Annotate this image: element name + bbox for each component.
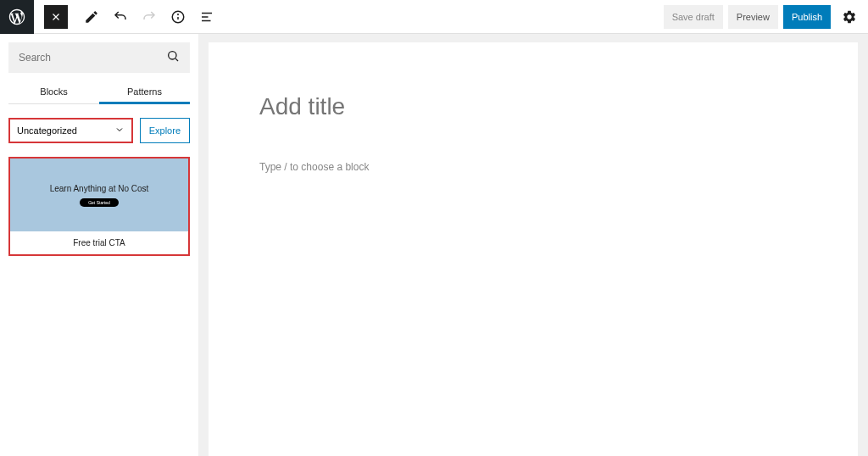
undo-icon[interactable] [112, 8, 129, 25]
svg-point-2 [178, 14, 179, 14]
post-title-input[interactable] [259, 93, 807, 120]
edit-icon[interactable] [83, 8, 100, 25]
pattern-preview: Learn Anything at No Cost Get Started [10, 158, 188, 231]
chevron-down-icon [114, 125, 125, 136]
svg-point-6 [169, 52, 176, 59]
main-layout: Blocks Patterns Uncategorized Explore Le… [0, 34, 868, 456]
inserter-tabs: Blocks Patterns [8, 78, 190, 104]
search-icon [166, 49, 180, 66]
toolbar-right-group: Save draft Preview Publish [664, 5, 868, 29]
pattern-label: Free trial CTA [10, 231, 188, 254]
editor-canvas[interactable]: Type / to choose a block [209, 42, 858, 456]
search-input[interactable] [19, 52, 166, 64]
pattern-filter-row: Uncategorized Explore [8, 118, 190, 143]
svg-line-7 [175, 58, 178, 61]
preview-button[interactable]: Preview [728, 5, 778, 29]
search-box[interactable] [8, 42, 190, 73]
top-toolbar: Save draft Preview Publish [0, 0, 868, 34]
tab-patterns[interactable]: Patterns [99, 78, 190, 103]
pattern-card[interactable]: Learn Anything at No Cost Get Started Fr… [8, 157, 190, 256]
pattern-preview-title: Learn Anything at No Cost [50, 184, 149, 193]
pattern-preview-button: Get Started [80, 198, 119, 207]
publish-button[interactable]: Publish [783, 5, 831, 29]
editor-canvas-wrap: Type / to choose a block [198, 34, 868, 456]
info-icon[interactable] [170, 8, 186, 25]
block-placeholder[interactable]: Type / to choose a block [259, 161, 807, 173]
settings-icon[interactable] [839, 7, 860, 27]
save-draft-button[interactable]: Save draft [664, 5, 723, 29]
toolbar-left-group [0, 0, 215, 33]
outline-icon[interactable] [198, 8, 215, 25]
explore-button[interactable]: Explore [140, 118, 190, 143]
tab-blocks[interactable]: Blocks [8, 78, 99, 103]
category-dropdown[interactable]: Uncategorized [8, 118, 133, 143]
redo-icon [141, 8, 158, 25]
category-selected-label: Uncategorized [17, 125, 77, 136]
inserter-sidebar: Blocks Patterns Uncategorized Explore Le… [0, 34, 198, 456]
wordpress-logo[interactable] [0, 0, 34, 34]
close-inserter-button[interactable] [44, 5, 68, 29]
tool-icons-group [83, 8, 215, 25]
